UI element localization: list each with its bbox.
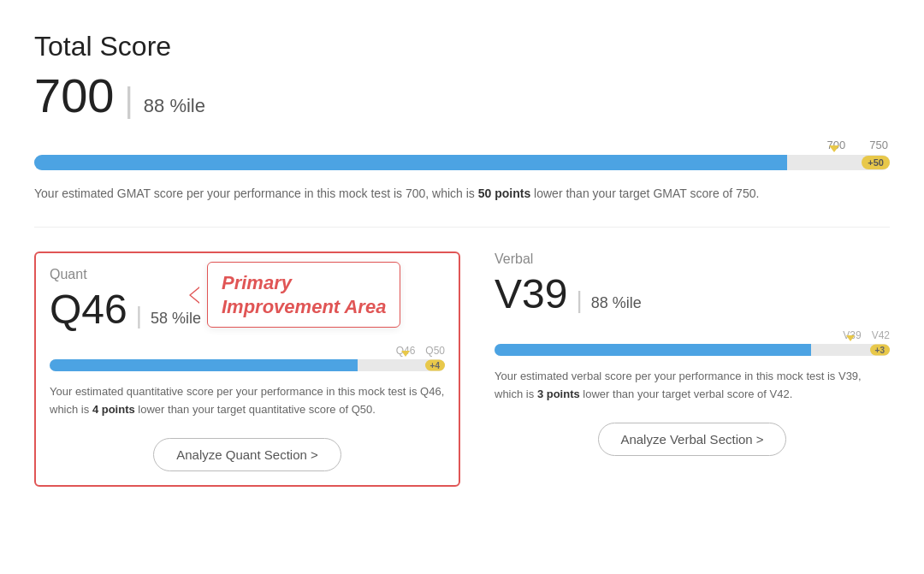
total-score-labels: 700 750 — [34, 139, 890, 151]
total-bold: 50 points — [478, 186, 530, 200]
quant-target-badge: +4 — [425, 360, 445, 371]
quant-progress-section: Q46 Q50 +4 — [50, 345, 445, 371]
verbal-percentile: 88 %ile — [591, 294, 642, 312]
quant-progress-bar: +4 — [50, 359, 445, 371]
verbal-score: V39 — [495, 270, 567, 317]
quant-bold: 4 points — [92, 403, 135, 416]
verbal-target-label: V42 — [872, 329, 890, 341]
quant-divider: | — [136, 302, 142, 329]
total-target-label: 750 — [869, 139, 888, 151]
sections-row: Quant Q46 | 58 %ile Primary Improvement … — [34, 251, 890, 487]
total-description: Your estimated GMAT score per your perfo… — [34, 184, 890, 203]
callout-box: Primary Improvement Area — [207, 262, 400, 328]
total-target-badge: +50 — [862, 156, 890, 169]
verbal-description: Your estimated verbal score per your per… — [495, 368, 890, 404]
total-progress-bar: +50 — [34, 155, 890, 170]
verbal-progress-bar: +3 — [495, 344, 890, 356]
verbal-divider: | — [576, 287, 582, 314]
total-score-display: 700 | 88 %ile — [34, 68, 890, 123]
quant-target-label: Q50 — [425, 345, 445, 357]
verbal-progress-fill — [495, 344, 811, 356]
total-progress-section: 700 750 +50 — [34, 139, 890, 170]
quant-percentile: 58 %ile — [151, 310, 201, 328]
verbal-target-badge: +3 — [870, 345, 890, 356]
total-progress-fill — [34, 155, 787, 170]
callout-arrow-inner — [191, 287, 200, 303]
quant-description: Your estimated quantitative score per yo… — [50, 383, 445, 419]
quant-score-labels: Q46 Q50 — [50, 345, 445, 357]
quant-progress-fill — [50, 359, 358, 371]
verbal-score-labels: V39 V42 — [495, 329, 890, 341]
total-percentile: 88 %ile — [144, 95, 205, 117]
quant-section-card: Quant Q46 | 58 %ile Primary Improvement … — [34, 251, 460, 487]
verbal-score-row: V39 | 88 %ile — [495, 270, 890, 317]
analyze-verbal-button[interactable]: Analyze Verbal Section > — [598, 423, 786, 456]
quant-score: Q46 — [50, 286, 127, 333]
callout-text: Primary Improvement Area — [222, 271, 386, 318]
verbal-progress-section: V39 V42 +3 — [495, 329, 890, 356]
page-title: Total Score — [34, 31, 890, 62]
total-score-number: 700 — [34, 68, 114, 123]
verbal-bold: 3 points — [537, 388, 580, 400]
section-divider — [34, 227, 890, 228]
score-divider: | — [124, 81, 133, 120]
analyze-quant-button[interactable]: Analyze Quant Section > — [153, 438, 341, 471]
verbal-section-card: Verbal V39 | 88 %ile V39 V42 +3 Yo — [495, 251, 890, 487]
verbal-label: Verbal — [495, 251, 890, 267]
